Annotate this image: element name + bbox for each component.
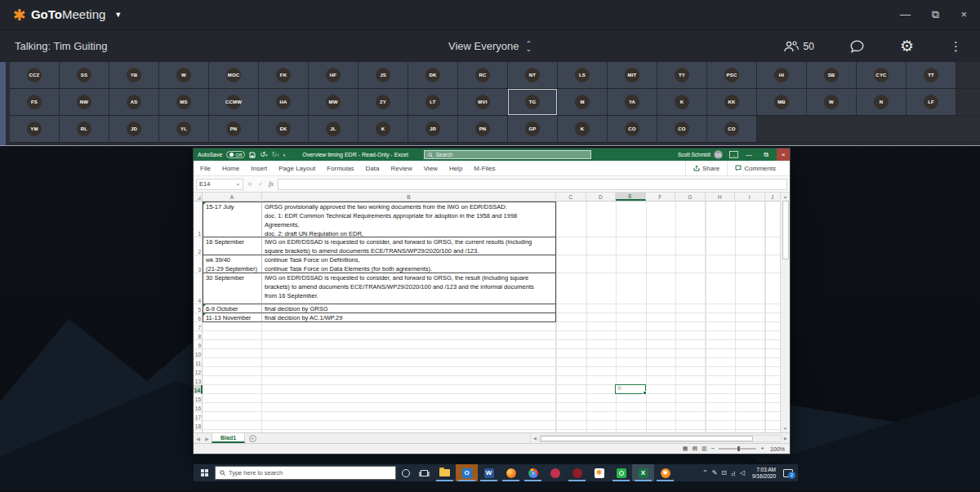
participant-tile-gp[interactable]: GP <box>508 116 558 142</box>
excel-icon[interactable]: X <box>632 464 654 481</box>
confirm-entry-icon[interactable]: ✓ <box>256 181 265 188</box>
cell-B18[interactable] <box>262 421 556 430</box>
pen-icon[interactable]: ✎ <box>712 470 718 476</box>
grid-cells-row-9[interactable] <box>556 340 790 349</box>
cell-B6[interactable]: final decision by AC.1/WP.29 <box>262 313 556 322</box>
save-icon[interactable] <box>249 152 256 158</box>
participant-tile-fs[interactable]: FS <box>10 89 60 115</box>
grid-cells-row-19[interactable] <box>556 430 790 432</box>
cell-A12[interactable] <box>203 367 262 376</box>
share-button[interactable]: Share <box>685 161 727 175</box>
participant-tile-zy[interactable]: ZY <box>359 89 408 115</box>
row-header-15[interactable]: 15 <box>194 394 203 403</box>
column-header-C[interactable]: C <box>556 193 586 201</box>
grid-cells-row-13[interactable] <box>556 376 790 385</box>
grid-cells-row-17[interactable] <box>556 412 790 421</box>
excel-search-box[interactable]: Search <box>424 150 591 159</box>
scroll-right-icon[interactable]: ▶ <box>782 436 790 441</box>
cell-B16[interactable] <box>262 403 556 412</box>
excel-restore-button[interactable]: ⧉ <box>760 148 773 161</box>
sheet-nav-right-icon[interactable]: ▶ <box>203 433 212 443</box>
participants-button[interactable]: 50 <box>783 41 814 52</box>
column-header-B[interactable]: B <box>262 193 556 201</box>
ribbon-tab-view[interactable]: View <box>424 165 438 172</box>
excel-minimize-button[interactable]: — <box>742 148 755 161</box>
participant-tile-lf[interactable]: LF <box>906 89 956 115</box>
participant-tile-hi[interactable]: HI <box>757 62 807 88</box>
cell-A3[interactable]: wk 39/40 (21-29 September) <box>203 255 262 273</box>
page-layout-view-icon[interactable]: ▤ <box>692 445 697 452</box>
cell-A19[interactable] <box>203 430 262 432</box>
gotomeeting-brand[interactable]: ✱ GoToMeeting ▼ <box>13 7 122 23</box>
participant-tile-mit[interactable]: MIT <box>608 62 657 88</box>
cell-B15[interactable] <box>262 394 556 403</box>
monitor-icon[interactable]: ⊡ <box>721 470 727 476</box>
ribbon-tab-page-layout[interactable]: Page Layout <box>278 165 315 172</box>
grid-cells-row-11[interactable] <box>556 358 790 367</box>
row-header-18[interactable]: 18 <box>194 421 203 430</box>
column-header-I[interactable]: I <box>735 193 765 201</box>
row-header-10[interactable]: 10 <box>194 349 203 358</box>
cell-B5[interactable]: final decision by GRSG <box>262 304 556 313</box>
column-header-G[interactable]: G <box>675 193 706 201</box>
more-options-button[interactable]: ⋮ <box>950 39 962 54</box>
grid-cells-row-2[interactable] <box>556 237 790 255</box>
cell-A16[interactable] <box>203 403 262 412</box>
column-header-A[interactable]: A <box>203 193 262 201</box>
row-header-6[interactable]: 6 <box>194 313 203 322</box>
participant-tile-rc[interactable]: RC <box>458 62 508 88</box>
view-selector[interactable]: View Everyone ⌃⌄ <box>425 40 555 52</box>
cell-B17[interactable] <box>262 412 556 421</box>
participant-tile-w[interactable]: W <box>807 89 857 115</box>
grid-cells-row-8[interactable] <box>556 331 790 340</box>
close-button[interactable]: × <box>960 8 967 21</box>
row-header-11[interactable]: 11 <box>194 358 203 367</box>
cell-B4[interactable]: IWG on EDR/DSSAD is requested to conside… <box>262 273 556 304</box>
select-all-corner[interactable] <box>194 193 203 201</box>
row-header-2[interactable]: 2 <box>194 237 203 255</box>
app-dark-red-icon[interactable] <box>566 464 588 481</box>
gotomeeting-icon[interactable]: ✱ <box>588 464 610 481</box>
participant-tile-sb[interactable]: SB <box>807 62 857 88</box>
participant-tile-co[interactable]: CO <box>657 116 707 142</box>
cell-B13[interactable] <box>262 376 556 385</box>
vertical-scrollbar[interactable]: ▲ ▼ <box>780 193 790 432</box>
participant-tile-ty[interactable]: TY <box>657 62 707 88</box>
minimize-button[interactable]: — <box>900 8 911 21</box>
grid-cells-row-1[interactable] <box>556 202 790 237</box>
cell-A8[interactable] <box>203 331 262 340</box>
page-break-view-icon[interactable]: ▥ <box>702 445 707 452</box>
participant-tile-tt[interactable]: TT <box>906 62 956 88</box>
cell-A5[interactable]: 6-9 October <box>203 304 262 313</box>
row-header-12[interactable]: 12 <box>194 367 203 376</box>
cell-A2[interactable]: 16 September <box>203 237 262 255</box>
cell-B12[interactable] <box>262 367 556 376</box>
grid-cells-row-16[interactable] <box>556 403 790 412</box>
app-red-icon[interactable] <box>544 464 566 481</box>
selected-cell-E14[interactable]: + <box>615 384 646 394</box>
participant-tile-ya[interactable]: YA <box>608 89 657 115</box>
cell-A9[interactable] <box>203 340 262 349</box>
row-header-16[interactable]: 16 <box>194 403 203 412</box>
vertical-scroll-thumb[interactable] <box>782 201 789 259</box>
cell-A15[interactable] <box>203 394 262 403</box>
ribbon-tab-data[interactable]: Data <box>366 165 380 172</box>
participant-tile-n[interactable]: N <box>857 89 906 115</box>
row-header-7[interactable]: 7 <box>194 322 203 331</box>
participant-tile-js[interactable]: JS <box>359 62 408 88</box>
participant-tile-ek[interactable]: EK <box>259 116 309 142</box>
participant-tile-ls[interactable]: LS <box>558 62 608 88</box>
participant-tile-w[interactable]: W <box>159 62 209 88</box>
ribbon-tab-review[interactable]: Review <box>390 165 412 172</box>
participant-tile-ccz[interactable]: CCZ <box>10 62 60 88</box>
sheet-tab-blad1[interactable]: Blad1 <box>212 433 245 443</box>
row-header-3[interactable]: 3 <box>194 255 203 273</box>
cell-B19[interactable] <box>262 430 556 432</box>
ribbon-tab-insert[interactable]: Insert <box>251 165 267 172</box>
insert-function-icon[interactable]: fx <box>267 180 275 188</box>
cell-B10[interactable] <box>262 349 556 358</box>
participant-tile-jr[interactable]: JR <box>408 116 458 142</box>
scroll-down-icon[interactable]: ▼ <box>781 424 790 432</box>
brand-menu-caret-icon[interactable]: ▼ <box>114 11 122 19</box>
cell-B11[interactable] <box>262 358 556 367</box>
